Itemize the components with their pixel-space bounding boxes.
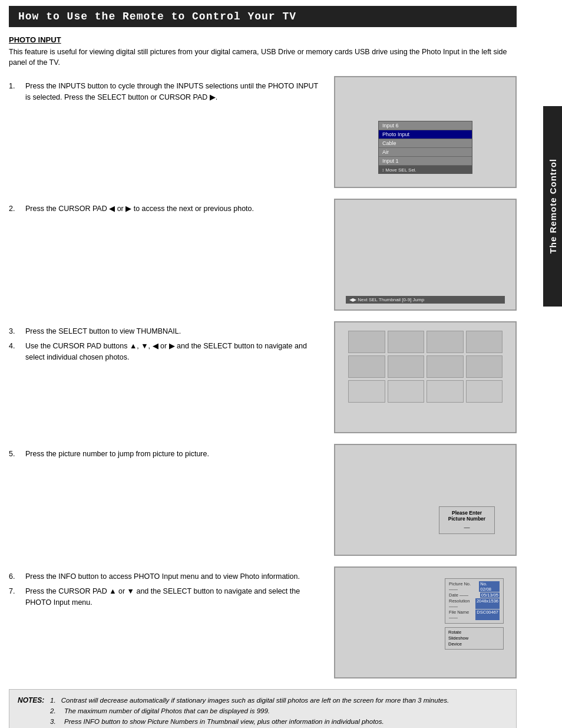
section-heading: PHOTO INPUT bbox=[9, 35, 517, 44]
screen5-val-2: 2048x1536 bbox=[475, 598, 500, 609]
screen5-row-2: Resolution —— 2048x1536 bbox=[449, 598, 500, 609]
screen-2: ◀▶ Next SEL Thumbnail [0-9] Jump bbox=[334, 199, 517, 311]
screen2-bar: ◀▶ Next SEL Thumbnail [0-9] Jump bbox=[346, 296, 505, 304]
screen-5: Picture No. —— No. 02/08 Date —— 05/13/0… bbox=[334, 566, 517, 678]
screen5-menu-box: Rotate Slideshow Device bbox=[445, 627, 504, 650]
thumb-6 bbox=[388, 355, 425, 378]
step-desc-7: Press the CURSOR PAD ▲ or ▼ and the SELE… bbox=[25, 586, 322, 608]
step-desc-5: Press the picture number to jump from pi… bbox=[25, 449, 209, 460]
thumb-11 bbox=[427, 380, 464, 403]
screen5-val-1: 05/13/05 bbox=[480, 592, 500, 598]
step-num-3: 3. bbox=[9, 326, 22, 337]
intro-text: This feature is useful for viewing digit… bbox=[9, 47, 517, 68]
screen5-info-box: Picture No. —— No. 02/08 Date —— 05/13/0… bbox=[445, 578, 504, 624]
notes-list-item-2: 3. Press INFO button to show Picture Num… bbox=[50, 717, 508, 727]
step-desc-2: Press the CURSOR PAD ◀ or ▶ to access th… bbox=[25, 203, 254, 215]
notes-item-2: Press INFO button to show Picture Number… bbox=[64, 717, 384, 727]
side-tab: The Remote Control bbox=[543, 106, 562, 307]
screen1-bar: ↕ Move SEL Sel. bbox=[378, 166, 472, 174]
screen5-label-3: File Name —— bbox=[449, 610, 475, 620]
main-content: How to Use the Remote to Control Your TV… bbox=[0, 0, 543, 728]
page-wrapper: The Remote Control How to Use the Remote… bbox=[0, 0, 562, 728]
step-row-3-4: 3. Press the SELECT button to view THUMB… bbox=[9, 321, 517, 433]
thumb-3 bbox=[427, 331, 464, 353]
screen1-item-0: Input 6 bbox=[379, 121, 472, 130]
screen1-item-4: Input 1 bbox=[379, 157, 472, 166]
screen-1: Input 6 Photo Input Cable Air Input 1 ↕ … bbox=[334, 76, 517, 188]
notes-first-item: 1. Contrast will decrease automatically … bbox=[50, 696, 449, 706]
screen3-grid-container bbox=[346, 328, 505, 405]
screen-4: Please Enter Picture Number — bbox=[334, 444, 517, 556]
screen5-menu-1: Slideshow bbox=[448, 635, 500, 641]
step-row-6-7: 6. Press the INFO button to access PHOTO… bbox=[9, 566, 517, 678]
thumb-7 bbox=[427, 355, 464, 378]
notes-top-row: NOTES: 1. Contrast will decrease automat… bbox=[18, 696, 508, 706]
screen2-bar-text: ◀▶ Next SEL Thumbnail [0-9] Jump bbox=[349, 297, 424, 302]
step-text-5: 5. Press the picture number to jump from… bbox=[9, 444, 322, 460]
thumb-8 bbox=[466, 355, 503, 378]
screen1-item-2: Cable bbox=[379, 139, 472, 148]
step-text-6-7: 6. Press the INFO button to access PHOTO… bbox=[9, 566, 322, 608]
step-row-1: 1. Press the INPUTS button to cycle thro… bbox=[9, 76, 517, 188]
page-title: How to Use the Remote to Control Your TV bbox=[9, 6, 517, 27]
thumb-4 bbox=[466, 331, 503, 353]
step-desc-3: Press the SELECT button to view THUMBNAI… bbox=[25, 326, 181, 337]
screen5-info-container: Picture No. —— No. 02/08 Date —— 05/13/0… bbox=[445, 578, 504, 650]
notes-section: NOTES: 1. Contrast will decrease automat… bbox=[9, 689, 517, 728]
thumb-1 bbox=[348, 331, 385, 353]
step-num-2: 2. bbox=[9, 203, 22, 215]
step-row-2: 2. Press the CURSOR PAD ◀ or ▶ to access… bbox=[9, 199, 517, 311]
screen5-row-3: File Name —— DSC00467 bbox=[449, 610, 500, 620]
side-tab-label: The Remote Control bbox=[548, 159, 558, 253]
screen5-menu-0: Rotate bbox=[448, 630, 500, 635]
notes-item-0: Contrast will decrease automatically if … bbox=[61, 697, 449, 704]
step-num-6: 6. bbox=[9, 571, 22, 582]
screen2-bar-container: ◀▶ Next SEL Thumbnail [0-9] Jump bbox=[346, 296, 505, 304]
step-text-3-4: 3. Press the SELECT button to view THUMB… bbox=[9, 321, 322, 363]
notes-list: 2. The maximum number of digital Photos … bbox=[50, 706, 508, 728]
screen5-label-2: Resolution —— bbox=[449, 598, 475, 609]
screen1-bar-text: ↕ Move SEL Sel. bbox=[382, 167, 416, 173]
step-text-1: 1. Press the INPUTS button to cycle thro… bbox=[9, 76, 322, 103]
screen4-dots: — bbox=[444, 524, 490, 531]
notes-item-1: The maximum number of digital Photos tha… bbox=[64, 706, 270, 716]
screen5-val-3: DSC00467 bbox=[475, 610, 500, 620]
screen4-title: Please Enter Picture Number bbox=[444, 510, 490, 522]
thumb-2 bbox=[388, 331, 425, 353]
screen1-menu-container: Input 6 Photo Input Cable Air Input 1 ↕ … bbox=[378, 121, 472, 174]
notes-list-item-1: 2. The maximum number of digital Photos … bbox=[50, 706, 508, 716]
thumb-9 bbox=[348, 380, 385, 403]
screen4-dialog: Please Enter Picture Number — bbox=[439, 506, 495, 534]
step-num-7: 7. bbox=[9, 586, 22, 608]
screen5-row-0: Picture No. —— No. 02/08 bbox=[449, 581, 500, 592]
screen5-label-0: Picture No. —— bbox=[449, 581, 479, 592]
step-row-5: 5. Press the picture number to jump from… bbox=[9, 444, 517, 556]
thumb-grid bbox=[346, 328, 505, 405]
thumb-5 bbox=[348, 355, 385, 378]
screen5-row-1: Date —— 05/13/05 bbox=[449, 592, 500, 598]
step-num-4: 4. bbox=[9, 341, 22, 363]
thumb-12 bbox=[466, 380, 503, 403]
step-text-2: 2. Press the CURSOR PAD ◀ or ▶ to access… bbox=[9, 199, 322, 215]
screen1-item-1: Photo Input bbox=[379, 130, 472, 139]
step-desc-4: Use the CURSOR PAD buttons ▲, ▼, ◀ or ▶ … bbox=[25, 341, 322, 363]
screen5-val-0: No. 02/08 bbox=[479, 581, 500, 592]
step-num-1: 1. bbox=[9, 81, 22, 103]
notes-label: NOTES: bbox=[18, 696, 50, 706]
step-desc-1: Press the INPUTS button to cycle through… bbox=[25, 81, 322, 103]
screen1-item-3: Air bbox=[379, 148, 472, 157]
step-desc-6: Press the INFO button to access PHOTO In… bbox=[25, 571, 300, 582]
thumb-10 bbox=[388, 380, 425, 403]
screen5-menu-2: Device bbox=[448, 641, 500, 647]
screen5-label-1: Date —— bbox=[449, 592, 468, 598]
step-num-5: 5. bbox=[9, 449, 22, 460]
screen1-input-menu: Input 6 Photo Input Cable Air Input 1 bbox=[378, 121, 472, 166]
screen-3 bbox=[334, 321, 517, 433]
